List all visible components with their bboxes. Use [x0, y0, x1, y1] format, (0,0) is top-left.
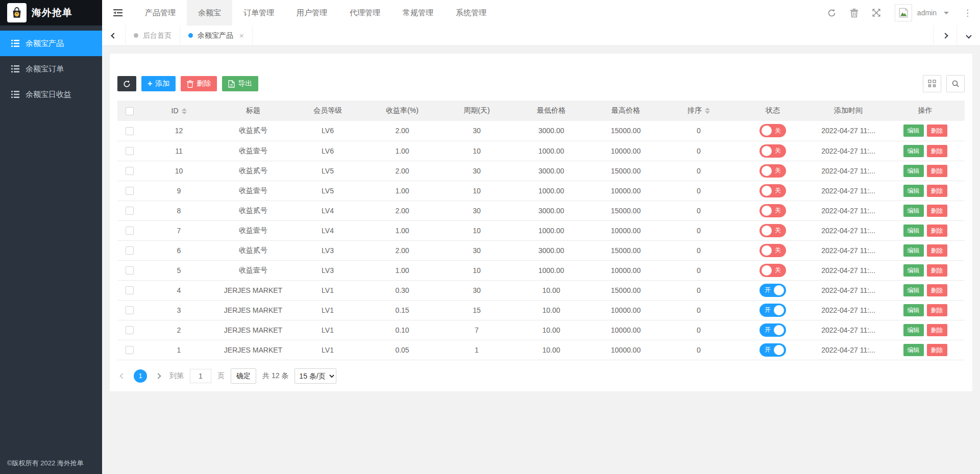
brand: 海外抢单: [0, 0, 102, 26]
sidebar-item[interactable]: 余额宝日收益: [0, 82, 102, 107]
row-checkbox[interactable]: [126, 207, 134, 215]
status-toggle-off[interactable]: 关: [760, 264, 786, 277]
status-toggle-off[interactable]: 关: [760, 244, 786, 257]
delete-row-button[interactable]: 删除: [927, 284, 947, 296]
tab-close-icon[interactable]: ×: [239, 31, 244, 40]
status-toggle-off[interactable]: 关: [760, 124, 786, 137]
tab[interactable]: 余额宝产品×: [180, 26, 253, 45]
row-checkbox[interactable]: [126, 266, 134, 275]
clear-cache-trash-icon[interactable]: [850, 9, 858, 17]
export-button[interactable]: 导出: [222, 76, 258, 91]
edit-row-button[interactable]: 编辑: [903, 304, 924, 316]
next-page-button[interactable]: [153, 374, 163, 378]
delete-row-button[interactable]: 删除: [927, 304, 947, 316]
sidebar-item[interactable]: 余额宝订单: [0, 56, 102, 82]
cell-add-time: 2022-04-27 11:...: [811, 161, 886, 181]
tabs-menu-button[interactable]: [957, 26, 980, 45]
current-page-button[interactable]: 1: [134, 369, 147, 383]
column-header[interactable]: ID: [142, 101, 216, 121]
top-nav-item[interactable]: 常规管理: [391, 0, 445, 26]
row-checkbox[interactable]: [126, 227, 134, 235]
status-toggle-on[interactable]: 开: [760, 304, 786, 317]
prev-page-button[interactable]: [117, 374, 128, 378]
cell-cycle: 7: [439, 320, 514, 340]
delete-row-button[interactable]: 删除: [927, 124, 947, 137]
add-button[interactable]: + 添加: [141, 76, 176, 91]
status-toggle-off[interactable]: 关: [760, 224, 786, 237]
row-checkbox[interactable]: [126, 167, 134, 175]
refresh-icon[interactable]: [827, 9, 836, 17]
user-menu[interactable]: admin: [895, 4, 949, 21]
edit-row-button[interactable]: 编辑: [903, 224, 924, 237]
cell-sort: 0: [663, 161, 734, 181]
tab[interactable]: 后台首页: [126, 26, 180, 45]
goto-confirm-button[interactable]: 确定: [231, 368, 256, 384]
delete-row-button[interactable]: 删除: [927, 145, 947, 157]
top-nav-item[interactable]: 产品管理: [134, 0, 187, 26]
tabs-scroll-right-button[interactable]: [933, 26, 957, 45]
edit-row-button[interactable]: 编辑: [903, 324, 924, 336]
fullscreen-icon[interactable]: [872, 9, 880, 17]
delete-row-button[interactable]: 删除: [927, 324, 947, 336]
delete-row-button[interactable]: 删除: [927, 224, 947, 237]
status-toggle-off[interactable]: 关: [760, 184, 786, 197]
status-toggle-off[interactable]: 关: [760, 144, 786, 158]
edit-row-button[interactable]: 编辑: [903, 205, 924, 217]
cell-status: 关: [734, 240, 811, 260]
edit-row-button[interactable]: 编辑: [903, 124, 924, 137]
cell-title: 收益壹号: [216, 181, 290, 201]
avatar[interactable]: [895, 4, 912, 21]
edit-row-button[interactable]: 编辑: [903, 185, 924, 197]
sort-icon[interactable]: [705, 108, 710, 114]
delete-row-button[interactable]: 删除: [927, 205, 947, 217]
row-checkbox[interactable]: [126, 326, 134, 334]
row-checkbox[interactable]: [126, 306, 134, 314]
status-toggle-on[interactable]: 开: [760, 284, 786, 297]
status-toggle-off[interactable]: 关: [760, 204, 786, 217]
row-checkbox[interactable]: [126, 346, 134, 354]
status-toggle-on[interactable]: 开: [760, 343, 786, 357]
toggle-columns-button[interactable]: [923, 75, 941, 92]
row-checkbox[interactable]: [126, 286, 134, 294]
page-size-select[interactable]: 15 条/页: [295, 368, 336, 384]
sort-icon[interactable]: [182, 108, 187, 114]
top-nav-item[interactable]: 订单管理: [232, 0, 285, 26]
delete-row-button[interactable]: 删除: [927, 244, 947, 257]
sidebar-item-label: 余额宝日收益: [26, 90, 71, 99]
row-checkbox[interactable]: [126, 187, 134, 195]
edit-row-button[interactable]: 编辑: [903, 284, 924, 296]
collapse-sidebar-button[interactable]: [102, 0, 134, 26]
delete-row-button[interactable]: 删除: [927, 264, 947, 277]
status-toggle-off[interactable]: 关: [760, 164, 786, 178]
cell-cycle: 30: [439, 121, 514, 141]
edit-row-button[interactable]: 编辑: [903, 165, 924, 177]
edit-row-button[interactable]: 编辑: [903, 264, 924, 277]
top-nav-item[interactable]: 余额宝: [187, 0, 232, 26]
delete-row-button[interactable]: 删除: [927, 165, 947, 177]
top-nav-item[interactable]: 系统管理: [445, 0, 498, 26]
top-nav-item[interactable]: 用户管理: [285, 0, 338, 26]
cell-min-price: 1000.00: [514, 181, 589, 201]
row-checkbox[interactable]: [126, 246, 134, 255]
table-refresh-button[interactable]: [117, 76, 136, 91]
chevron-right-icon: [942, 33, 948, 38]
status-toggle-on[interactable]: 开: [760, 323, 786, 337]
delete-button[interactable]: 删除: [181, 76, 217, 91]
edit-row-button[interactable]: 编辑: [903, 344, 924, 356]
cell-cycle: 30: [439, 201, 514, 220]
edit-row-button[interactable]: 编辑: [903, 145, 924, 157]
delete-row-button[interactable]: 删除: [927, 344, 947, 356]
column-header[interactable]: 排序: [663, 101, 734, 121]
top-nav-item[interactable]: 代理管理: [338, 0, 391, 26]
select-all-checkbox[interactable]: [126, 107, 134, 115]
cell-max-price: 15000.00: [589, 161, 663, 181]
table-search-button[interactable]: [946, 75, 965, 92]
row-checkbox[interactable]: [126, 127, 134, 135]
more-menu-icon[interactable]: ⋮: [963, 8, 972, 18]
sidebar-item[interactable]: 余额宝产品: [0, 31, 102, 56]
row-checkbox[interactable]: [126, 147, 134, 155]
delete-row-button[interactable]: 删除: [927, 185, 947, 197]
goto-page-input[interactable]: [190, 369, 211, 383]
tabs-scroll-left-button[interactable]: [102, 26, 126, 45]
edit-row-button[interactable]: 编辑: [903, 244, 924, 257]
